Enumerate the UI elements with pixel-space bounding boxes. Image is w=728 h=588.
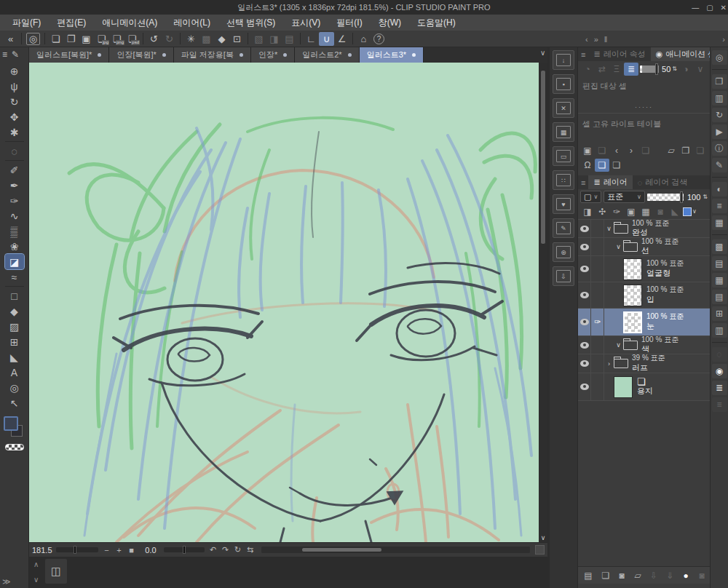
layer-row-folder-saek[interactable]: ∨ 100 % 표준 색 <box>578 336 710 354</box>
tab-file-save[interactable]: 파일 저장용[복 <box>174 47 251 63</box>
tab-illust-restore[interactable]: 일러스트[복원]* <box>29 47 109 63</box>
panel-splitter[interactable]: ····· <box>578 104 710 111</box>
close-button[interactable]: ✕ <box>721 4 727 12</box>
canvas[interactable] <box>29 63 539 542</box>
remove-cel-button[interactable]: ❏ <box>693 144 708 157</box>
panel-menu-icon[interactable]: ≡ <box>578 50 588 59</box>
menu-filter[interactable]: 필터(I) <box>328 15 370 31</box>
animation-cel-panel-button[interactable]: ◉ <box>712 364 727 378</box>
csp-logo-button[interactable]: ◎ <box>26 33 40 45</box>
decoration-tool[interactable]: ❀ <box>5 239 24 254</box>
collapse-chevron[interactable]: › <box>604 360 614 368</box>
menu-help[interactable]: 도움말(H) <box>409 15 464 31</box>
transfer-to-lower-layer-button[interactable]: ⇩ <box>646 569 661 582</box>
tab-list-chevron[interactable]: ∨ <box>540 49 545 57</box>
layer-row-eyes-selected[interactable]: ✑ 100 % 표준 눈 <box>578 309 710 336</box>
fit-to-screen-button[interactable]: ■ <box>125 544 138 556</box>
vertical-scrollbar[interactable]: ∨ <box>539 63 547 542</box>
panel-display-settings-button[interactable]: ▤ <box>581 569 596 582</box>
flip-view-button[interactable]: ⇄ <box>595 63 609 76</box>
panel-expand-button[interactable]: » <box>591 35 601 44</box>
layer-row-folder-wanseong[interactable]: ∨ 100 % 표준 완성 <box>578 220 710 238</box>
visibility-toggle[interactable] <box>578 282 591 308</box>
zoom-tool[interactable]: ⊕ <box>5 63 24 79</box>
copy-cel-button[interactable]: ❏ <box>609 159 624 172</box>
tips-button[interactable]: ⌂ <box>356 32 371 46</box>
visibility-toggle[interactable] <box>578 309 591 335</box>
rotate-left-button[interactable]: ↶ <box>207 544 219 556</box>
rotate-canvas-tool[interactable]: ↻ <box>5 94 24 109</box>
panel-scroll-right-button[interactable]: › <box>719 35 728 44</box>
visibility-toggle[interactable] <box>578 354 591 373</box>
panel-drag-handle[interactable]: ‖ <box>601 35 611 44</box>
zoom-slider[interactable] <box>56 547 98 552</box>
tool-palette-menu-icon[interactable]: ≡ <box>2 49 7 60</box>
maximize-button[interactable]: ▢ <box>706 4 713 12</box>
menu-edit[interactable]: 편집(E) <box>49 15 94 31</box>
register-image-as-cel-button[interactable]: ▣ <box>580 144 595 157</box>
panel-scroll-left-button[interactable]: ‹ <box>582 35 591 44</box>
playback-time-button[interactable]: ◔ <box>580 63 595 76</box>
scroll-down-arrow[interactable]: ∨ <box>539 534 547 541</box>
ruler-tool[interactable]: ◣ <box>5 349 24 365</box>
quick-access-panel-button[interactable]: ◎ <box>712 50 727 65</box>
lock-layer-button[interactable]: ▣ <box>624 205 638 218</box>
expand-chevron[interactable]: ∨ <box>614 243 623 250</box>
deselect-button[interactable]: ✳ <box>183 32 199 46</box>
layer-row-paper[interactable]: ❏ 용지 <box>578 373 710 401</box>
color-wheel-panel-button[interactable]: ◐ <box>712 182 727 196</box>
hand-tool[interactable]: ψ <box>5 79 24 94</box>
expand-chevron[interactable]: ∨ <box>614 341 623 349</box>
layer-opacity-slider[interactable] <box>647 194 684 201</box>
brush-tool[interactable]: ∿ <box>5 208 24 223</box>
minimize-button[interactable]: — <box>692 4 699 12</box>
clip-to-layer-below-button[interactable]: ◨ <box>580 205 595 218</box>
tab-layer-search[interactable]: ◌ 레이어 검색 <box>633 175 693 189</box>
register-cel-button[interactable]: ❏ <box>595 144 609 157</box>
gradient-tool[interactable]: ▨ <box>5 319 24 334</box>
onion-skin-button[interactable]: Ξ <box>609 63 624 76</box>
tab-illust3-active[interactable]: 일러스트3* <box>360 47 424 63</box>
tab-injang[interactable]: 인장* <box>251 47 295 63</box>
apply-mask-button[interactable]: ◙ <box>695 569 709 582</box>
export-png-button[interactable]: ❏png <box>109 32 124 46</box>
move-layer-tool[interactable]: ✥ <box>5 109 24 124</box>
operation-tool[interactable]: ✱ <box>5 124 24 140</box>
rotate-right-button[interactable]: ↷ <box>219 544 232 556</box>
material-frame-folder[interactable]: ▭ <box>553 146 574 166</box>
undo-button[interactable]: ↺ <box>146 32 162 46</box>
collapse-toolbar-button[interactable]: « <box>3 32 18 46</box>
timeline-toggle-button[interactable]: ◫ <box>45 559 67 584</box>
tone-panel-button[interactable]: ▩ <box>712 239 727 254</box>
tab-layer-property[interactable]: ≣ 레이어 속성 <box>588 47 650 61</box>
rotation-slider[interactable] <box>164 547 205 552</box>
timeline-panel-button[interactable]: ▶ <box>712 124 727 139</box>
menu-animation[interactable]: 애니메이션(A) <box>94 15 165 31</box>
material-favorites-folder[interactable]: ♥ <box>553 194 574 214</box>
scrollbar-corner-button[interactable] <box>535 545 545 555</box>
material-panel-button[interactable]: ▥ <box>712 323 727 338</box>
pencil-tool[interactable]: ✑ <box>5 193 24 208</box>
menu-layer[interactable]: 레이어(L) <box>165 15 218 31</box>
light-table-opacity-slider[interactable] <box>640 65 659 73</box>
flip-horizontal-button[interactable]: ⇆ <box>244 544 256 556</box>
layer-row-folder-seon[interactable]: ∨ 100 % 표준 선 <box>578 238 710 256</box>
enable-light-table-button[interactable]: ≣ <box>624 63 638 76</box>
visibility-toggle[interactable] <box>578 336 591 354</box>
onion-skin-settings-button[interactable]: Ω <box>580 159 595 172</box>
reference-layer-button[interactable]: ✣ <box>595 205 609 218</box>
lasso-tool[interactable]: ◌ <box>5 143 24 159</box>
auto-action-panel-button[interactable]: ↻ <box>712 108 727 122</box>
transparent-color-chip[interactable] <box>5 444 24 450</box>
animation-panel-button[interactable]: ▤ <box>712 290 727 304</box>
export-psd-button[interactable]: ❏psd <box>124 32 140 46</box>
overlay-color-chevron[interactable]: ∨ <box>693 63 708 76</box>
previous-cel-button[interactable]: ‹ <box>609 144 624 157</box>
palette-color-dropdown[interactable]: ▢∨ <box>580 191 601 203</box>
tab-layer[interactable]: ≣ 레이어 <box>588 175 632 189</box>
layer-row-face[interactable]: 100 % 표준 얼굴형 <box>578 256 710 282</box>
new-raster-layer-button[interactable]: ❏ <box>598 569 613 582</box>
new-folder-button[interactable]: ▱ <box>630 569 645 582</box>
horizontal-scrollbar[interactable] <box>261 547 530 553</box>
delete-registered-cel-button[interactable]: ❏ <box>638 144 653 157</box>
